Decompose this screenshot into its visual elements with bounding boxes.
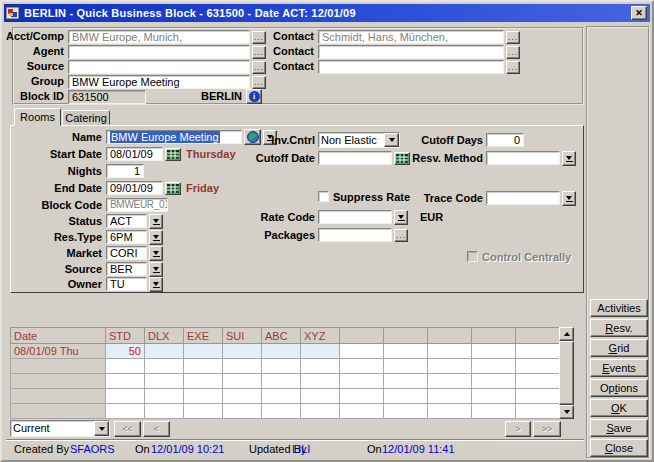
nights-field[interactable]: 1 — [106, 164, 144, 178]
ok-button[interactable]: OK — [590, 399, 648, 417]
grid-cell[interactable] — [11, 389, 106, 404]
trace-code-list-button[interactable] — [562, 191, 576, 206]
res-type-list-button[interactable] — [149, 230, 163, 245]
grid-cell[interactable] — [516, 374, 560, 389]
grid-cell[interactable] — [301, 374, 340, 389]
grid-cell[interactable] — [472, 389, 516, 404]
grid-cell[interactable] — [106, 389, 145, 404]
start-date-field[interactable]: 08/01/09 — [106, 147, 163, 161]
grid-cell[interactable] — [428, 404, 472, 419]
grid-cell[interactable] — [472, 359, 516, 374]
grid-cell[interactable] — [184, 374, 223, 389]
suppress-rate-checkbox[interactable] — [318, 191, 329, 202]
combo-arrow-button[interactable] — [384, 133, 399, 147]
grid-cell[interactable] — [428, 374, 472, 389]
grid-cell[interactable] — [145, 389, 184, 404]
source2-field[interactable]: BER — [106, 262, 147, 276]
grid-cell[interactable] — [384, 404, 428, 419]
grid-cell[interactable] — [340, 359, 384, 374]
grid-cell[interactable] — [184, 389, 223, 404]
contact2-lookup-button[interactable]: ... — [506, 46, 520, 59]
cutoff-date-field[interactable] — [318, 151, 392, 165]
scroll-up-button[interactable] — [559, 327, 574, 341]
grid-cell[interactable] — [262, 404, 301, 419]
grid-cell[interactable] — [472, 404, 516, 419]
grid-cell[interactable] — [301, 389, 340, 404]
grid-cell[interactable] — [106, 359, 145, 374]
grid-cell[interactable] — [262, 389, 301, 404]
grid-cell[interactable] — [223, 359, 262, 374]
grid-cell[interactable] — [262, 359, 301, 374]
grid-cell[interactable] — [106, 374, 145, 389]
start-date-calendar-button[interactable] — [165, 148, 181, 161]
events-button[interactable]: Events — [590, 359, 648, 377]
grid-cell[interactable] — [516, 344, 560, 359]
save-button[interactable]: Save — [590, 419, 648, 437]
source-field[interactable] — [68, 60, 250, 74]
grid-cell[interactable] — [184, 404, 223, 419]
grid-cell[interactable] — [340, 374, 384, 389]
source2-list-button[interactable] — [149, 262, 163, 277]
grid-scrollbar[interactable] — [559, 327, 574, 419]
grid-cell[interactable] — [223, 389, 262, 404]
grid-cell[interactable] — [301, 404, 340, 419]
inv-cntrl-combobox[interactable]: Non Elastic — [318, 132, 400, 148]
property-info-button[interactable]: i — [246, 89, 262, 104]
contact2-field[interactable] — [318, 45, 504, 59]
acct-comp-field[interactable]: BMW Europe, Munich, — [68, 30, 250, 44]
market-list-button[interactable] — [149, 246, 163, 261]
grid-cell[interactable] — [340, 344, 384, 359]
options-button[interactable]: Options — [590, 379, 648, 397]
grid-cell[interactable] — [262, 374, 301, 389]
contact3-field[interactable] — [318, 60, 504, 74]
end-date-field[interactable]: 09/01/09 — [106, 181, 163, 195]
agent-field[interactable] — [68, 45, 250, 59]
grid-cell[interactable] — [384, 374, 428, 389]
grid-button[interactable]: Grid — [590, 339, 648, 357]
grid-cell[interactable] — [223, 404, 262, 419]
grid-cell[interactable] — [472, 374, 516, 389]
grid-cell[interactable] — [106, 404, 145, 419]
grid-cell[interactable] — [184, 344, 223, 359]
owner-list-button[interactable] — [149, 277, 163, 292]
grid-cell[interactable] — [11, 374, 106, 389]
grid-cell[interactable]: 08/01/09 Thu — [11, 344, 106, 359]
group-lookup-button[interactable]: ... — [252, 76, 266, 89]
contact1-lookup-button[interactable]: ... — [506, 31, 520, 44]
scroll-down-button[interactable] — [559, 405, 574, 419]
close-window-button[interactable]: Close — [590, 439, 648, 457]
grid-cell[interactable] — [184, 359, 223, 374]
owner-field[interactable]: TU — [106, 277, 147, 291]
grid-cell[interactable] — [145, 359, 184, 374]
grid-cell[interactable] — [428, 359, 472, 374]
rate-code-list-button[interactable] — [394, 210, 408, 225]
grid-cell[interactable] — [340, 404, 384, 419]
contact3-lookup-button[interactable]: ... — [506, 61, 520, 74]
grid-cell[interactable] — [145, 374, 184, 389]
resv-button[interactable]: Resv. — [590, 319, 648, 337]
contact1-field[interactable]: Schmidt, Hans, München, — [318, 30, 504, 44]
grid-cell[interactable] — [516, 389, 560, 404]
packages-field[interactable] — [318, 228, 392, 242]
grid-cell[interactable]: 50 — [106, 344, 145, 359]
tab-catering[interactable]: Catering — [62, 110, 110, 125]
grid-cell[interactable] — [340, 389, 384, 404]
grid-cell[interactable] — [11, 404, 106, 419]
grid-cell[interactable] — [11, 359, 106, 374]
cutoff-days-field[interactable]: 0 — [486, 133, 524, 147]
grid-cell[interactable] — [384, 344, 428, 359]
name-field[interactable]: BMW Europe Meeting — [106, 130, 242, 144]
resv-method-list-button[interactable] — [562, 151, 576, 166]
grid-cell[interactable] — [301, 359, 340, 374]
trace-code-field[interactable] — [486, 191, 560, 205]
close-button[interactable]: ✕ — [631, 6, 647, 20]
end-date-calendar-button[interactable] — [165, 182, 181, 195]
status-list-button[interactable] — [149, 214, 163, 229]
grid-cell[interactable] — [262, 344, 301, 359]
activities-button[interactable]: Activities — [590, 299, 648, 317]
resv-method-field[interactable] — [486, 151, 560, 165]
grid-cell[interactable] — [301, 344, 340, 359]
grid-cell[interactable] — [516, 359, 560, 374]
res-type-field[interactable]: 6PM — [106, 230, 147, 244]
titlebar[interactable]: BERLIN - Quick Business Block - 631500 -… — [4, 4, 650, 22]
